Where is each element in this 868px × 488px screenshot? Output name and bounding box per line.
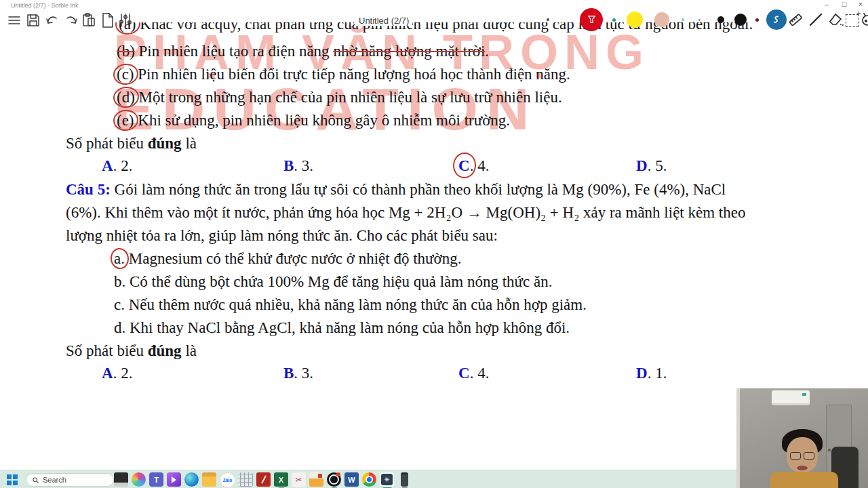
record-dot [336,472,340,476]
paste-button[interactable] [80,12,98,29]
undo-icon [43,12,61,29]
q4-statement-c: (c) Pin nhiên liệu biến đổi trực tiếp nă… [117,65,570,84]
minimize-button[interactable]: – [819,0,834,8]
taskbar-app-explorer[interactable] [202,472,216,487]
undo-button[interactable] [43,12,61,29]
color-teal-dot[interactable] [612,18,616,22]
color-yellow[interactable] [627,12,643,28]
chrome-center [366,476,373,483]
q5-intro-line2: (6%). Khi thêm vào một ít nước, phản ứng… [66,203,745,222]
q5-statement-a: a. Magnesium có thể khử được nước ở nhiệ… [114,249,461,268]
watermark-line2: EDUCATION [114,75,538,144]
ruler-tool[interactable] [787,11,804,28]
q5-summary: Số phát biểu đúng là [66,342,197,361]
color-pink[interactable] [654,12,669,27]
red-strike-annotation: (b) [117,43,135,60]
clipboard-icon [80,12,98,29]
window-title: Untitled (2/7) - Scrble Ink [11,2,79,9]
q4-answer-b: B. 3. [283,157,313,176]
settings-button[interactable] [117,12,134,29]
eraser-tool[interactable] [827,11,845,28]
brand-pen-button[interactable] [766,9,787,30]
q4-statement-b: (b) Pin nhiên liệu tạo ra điện năng nhờ … [117,42,489,61]
q5-intro-line3: lượng nhiệt tỏa ra lớn, giúp làm nóng th… [66,226,498,245]
redo-button[interactable] [62,12,80,29]
close-button[interactable]: × [853,0,868,8]
save-icon [24,12,42,29]
color-black-large[interactable] [734,14,747,26]
color-black-small[interactable] [717,16,724,23]
ruler-icon [787,11,804,28]
q4-answer-c: C. 4. [458,157,489,176]
q5-answer-a: A. 2. [102,364,132,383]
red-circle-annotation: C [458,157,470,176]
q5-statement-c: c. Nếu thêm nước quá nhiều, khả năng làm… [114,296,587,314]
restore-button[interactable]: □ [837,0,852,8]
taskbar-app-remote-grid[interactable] [239,472,253,487]
menu-button[interactable] [5,12,23,29]
person-mouth [797,466,808,470]
red-circle-annotation: (c) [117,65,134,84]
taskbar-app-scrble-active[interactable]: ✳ [380,472,394,487]
phone-icon [401,472,408,487]
taskbar-app-excel[interactable]: X [274,472,288,487]
taskbar-app-teams[interactable]: T [149,472,163,487]
color-gray-dot[interactable] [698,19,701,21]
taskbar-app-zalo[interactable]: Zalo [220,472,235,488]
taskbar-search[interactable]: Search [26,473,114,487]
color-maroon-dot[interactable] [755,18,759,22]
save-button[interactable] [24,12,42,29]
play-icon [172,476,176,483]
accent-square [318,474,322,478]
funnel-pen-icon [585,14,598,26]
red-strike-annotation: nhờ năng lượng mặt trời [333,43,485,60]
q4-summary: Số phát biểu đúng là [66,134,197,153]
person-glasses [790,452,814,458]
q5-statement-d: d. Khi thay NaCl bằng AgCl, khả năng làm… [114,319,570,338]
taskbar-app-snip[interactable]: ✂ [292,472,306,487]
q5-statement-b: b. Có thể dùng bột chứa 100% Mg để tăng … [114,272,552,291]
q5-intro-line1: Câu 5: Gói làm nóng thức ăn trong lẩu tự… [66,180,726,199]
squiggle-icon [770,14,783,26]
new-page-button[interactable] [99,12,117,29]
page-indicator: Untitled (2/7) [355,16,412,26]
taskbar-app-phone[interactable] [397,472,412,487]
quill-icon [261,475,267,483]
q4-answer-a: A. 2. [102,157,132,176]
q5-answer-d: D. 1. [636,364,667,383]
lasso-icon [859,11,868,28]
taskbar-app-media[interactable] [167,472,181,487]
taskbar-app-word[interactable]: W [344,472,359,487]
taskbar-app-edge[interactable] [184,472,199,487]
select-tool[interactable]: + [846,14,859,27]
start-button[interactable] [7,474,18,485]
color-green-dot[interactable] [682,18,684,21]
taskbar-app-photos-orange[interactable] [309,472,323,487]
taskbar-app-chrome[interactable] [362,472,376,487]
taskbar-apps: T Zalo X ✂ W ✳ [114,472,412,488]
red-circle-annotation: (d) [117,88,135,107]
sliders-icon [117,12,134,29]
webcam-overlay [736,388,868,488]
red-circle-annotation: (e) [117,111,134,130]
selected-red-pen[interactable] [580,8,603,31]
wall-edge [736,388,740,488]
lasso-tool[interactable] [859,11,868,28]
search-placeholder: Search [43,476,66,484]
q5-answer-b: B. 3. [283,364,313,383]
line-icon [807,11,825,28]
eraser-icon [827,11,845,28]
taskbar-app-photos-dark[interactable] [114,472,128,487]
taskbar-app-obs[interactable] [327,472,341,487]
document-icon [99,12,117,29]
pen-size-dot[interactable] [547,18,549,21]
q5-answer-c: C. 4. [458,364,489,383]
q4-answer-d: D. 5. [636,157,667,176]
red-circle-annotation: a. [114,249,125,268]
taskbar-app-copilot[interactable] [132,472,146,487]
search-icon [32,476,39,484]
taskbar-app-dictionary[interactable] [256,472,271,487]
hamburger-icon [5,12,23,29]
q4-statement-e: (e) Khi sử dụng, pin nhiên liệu không gâ… [117,111,510,130]
line-tool[interactable] [807,11,825,28]
